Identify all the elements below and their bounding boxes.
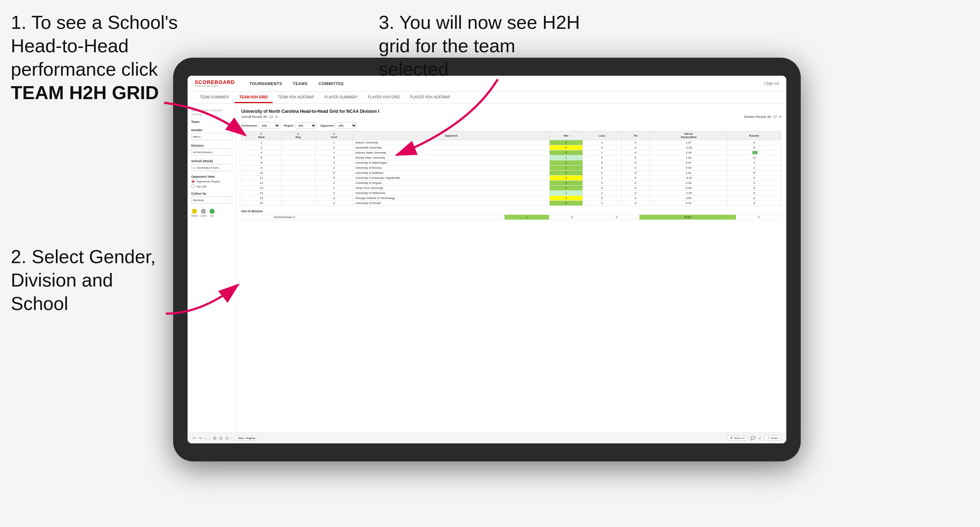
filter-opponent: Opponent (All) (320, 122, 357, 129)
filter-conference: Conference (All) (241, 122, 280, 129)
eye-icon: 👁 (730, 437, 733, 440)
nav-committee[interactable]: COMMITTEE (318, 80, 344, 87)
main-content: Last Updated: 27/03/2024 16:55:38 Team G… (188, 104, 786, 433)
division-label: Division (191, 144, 232, 148)
division-section: Division NCAA Division I (191, 144, 232, 156)
logo: SCOREBOARD Powered by clippi (195, 80, 235, 87)
col-loss: Loss (582, 131, 621, 140)
comment-icon[interactable]: 💬 (750, 436, 755, 440)
instruction-step3: 3. You will now see H2H grid for the tea… (379, 11, 581, 81)
toolbar-sep1 (232, 436, 232, 441)
table-row: 14 2 University of Oklahoma 1 2 0 -1.00 … (242, 191, 781, 196)
view-original-button[interactable]: View: Original (235, 435, 258, 441)
grid-area: University of North Carolina Head-to-Hea… (236, 104, 786, 433)
table-row: 8 2 University of Washington 1 0 0 3.67 … (242, 160, 781, 165)
gender-section: Gender Men's (191, 128, 232, 140)
col-conf: #Conf (315, 131, 353, 140)
table-row: 9 3 University of Arizona 1 0 0 9.00 2 (242, 165, 781, 170)
swatch-up (210, 209, 215, 214)
table-row: 13 1 Texas Tech University 3 0 0 5.56 9 (242, 186, 781, 191)
share-button[interactable]: ↗ Share (764, 435, 781, 441)
radio-opponents-played[interactable]: Opponents Played (191, 179, 232, 183)
radio-dot-2 (191, 184, 195, 188)
gender-select[interactable]: Men's (191, 133, 232, 140)
redo-icon[interactable]: ↪ (199, 436, 202, 440)
division-record: Division Record: 88 - 17 - 0 (744, 115, 781, 119)
logo-main: SCOREBOARD (195, 80, 235, 85)
table-row: 16 3 University of Florida 3 1 0 6.42 9 (242, 201, 781, 206)
opponent-view-label: Opponent View (191, 175, 232, 178)
opponent-filter-label: Opponent (320, 124, 334, 127)
resize-icon[interactable]: ⤢ (758, 436, 761, 440)
nav-tournaments[interactable]: TOURNAMENTS (249, 80, 282, 87)
table-row: 4 1 Arizona State University 5 1 0 2.29 … (242, 150, 781, 156)
swatch-down (192, 209, 197, 214)
grid-title: University of North Carolina Head-to-Hea… (241, 109, 781, 114)
out-of-division: Out of division NCAA Division II 1 0 0 2… (241, 210, 781, 220)
out-div-row: NCAA Division II 1 0 0 26.00 3 (242, 215, 781, 220)
opponent-view-section: Opponent View Opponents Played Top 100 (191, 175, 232, 188)
col-diff: Diff AvStrokes/Rnd (650, 131, 727, 140)
tab-player-h2h-grid[interactable]: PLAYER H2H GRID (363, 92, 405, 103)
school-select[interactable]: 1. University of Nort... (191, 164, 232, 171)
watch-button[interactable]: 👁 Watch ▾ (727, 435, 747, 441)
col-opponent: Opponent (353, 131, 550, 140)
tab-team-h2h-heatmap[interactable]: TEAM H2H HEATMAP (273, 92, 319, 103)
tab-player-summary[interactable]: PLAYER SUMMARY (319, 92, 363, 103)
colour-swatches: Down Level Up (191, 209, 232, 217)
filter-row: Conference (All) Region (All) Opponent (241, 122, 781, 129)
left-panel: Last Updated: 27/03/2024 16:55:38 Team G… (188, 104, 236, 433)
tab-team-summary[interactable]: TEAM SUMMARY (195, 92, 234, 103)
copy-icon[interactable]: ⊞ (213, 436, 216, 440)
forward-icon[interactable]: › (209, 436, 211, 440)
out-div-label: Out of division (241, 210, 781, 213)
instruction-step2: 2. Select Gender, Division and School (11, 245, 162, 316)
instruction-step1: 1. To see a School's Head-to-Head perfor… (11, 11, 198, 105)
school-label: School (Rank) (191, 159, 232, 163)
swatch-level (201, 209, 206, 214)
share-icon: ↗ (767, 437, 770, 440)
colour-by-select[interactable]: Win/loss (191, 197, 232, 204)
back-icon[interactable]: ‹ (205, 436, 206, 440)
team-section: Team (191, 120, 232, 125)
clock-icon[interactable]: ⊙ (226, 436, 229, 440)
tablet-device: SCOREBOARD Powered by clippi TOURNAMENTS… (173, 58, 801, 461)
tab-player-h2h-heatmap[interactable]: PLAYER H2H HEATMAP (405, 92, 455, 103)
region-filter-select[interactable]: (All) (295, 122, 317, 129)
bottom-toolbar: ↩ ↪ ‹ › ⊞ ⊟ ⊙ View: Original 👁 Watch ▾ 💬… (188, 433, 786, 443)
tablet-screen: SCOREBOARD Powered by clippi TOURNAMENTS… (188, 76, 786, 443)
radio-group: Opponents Played Top 100 (191, 179, 232, 188)
col-win: Win (550, 131, 583, 140)
colour-section: Colour by Win/loss (191, 192, 232, 204)
conference-filter-label: Conference (241, 124, 257, 127)
table-row: 2 1 Auburn University 2 1 0 1.67 9 (242, 140, 781, 145)
table-row: 3 2 Vanderbilt University 0 4 0 -2.29 8 (242, 145, 781, 150)
radio-top100[interactable]: Top 100 (191, 184, 232, 188)
out-div-table: NCAA Division II 1 0 0 26.00 3 (241, 214, 781, 220)
filter-region: Region (All) (284, 122, 317, 129)
nav-teams[interactable]: TEAMS (293, 80, 308, 87)
undo-icon[interactable]: ↩ (192, 436, 196, 440)
colour-by-label: Colour by (191, 192, 232, 195)
gender-label: Gender (191, 128, 232, 132)
h2h-table: #Rank #Reg #Conf Opponent Win Loss Tie D… (241, 131, 781, 206)
table-row: 6 2 Florida State University 1 2 0 1.83 … (242, 156, 781, 160)
opponent-filter-select[interactable]: (All) (336, 122, 357, 129)
table-row: 11 6 University of Arkansas, Fayettevill… (242, 176, 781, 181)
division-select[interactable]: NCAA Division I (191, 149, 232, 156)
school-section: School (Rank) 1. University of Nort... (191, 159, 232, 171)
table-row: 15 4 Georgia Institute of Technology 0 5… (242, 196, 781, 201)
tab-team-h2h-grid[interactable]: TEAM H2H GRID (234, 92, 273, 103)
overall-record: Overall Record: 89 - 17 - 0 (241, 115, 277, 119)
col-tie: Tie (621, 131, 650, 140)
col-reg: #Reg (282, 131, 315, 140)
last-updated: Last Updated: 27/03/2024 16:55:38 (191, 109, 232, 116)
records-row: Overall Record: 89 - 17 - 0 Division Rec… (241, 115, 781, 119)
table-row: 12 3 University of Virginia 1 0 0 2.33 3 (242, 181, 781, 186)
paste-icon[interactable]: ⊟ (219, 436, 223, 440)
sign-out[interactable]: | Sign out (764, 81, 779, 86)
sub-nav: TEAM SUMMARY TEAM H2H GRID TEAM H2H HEAT… (188, 92, 786, 104)
region-filter-label: Region (284, 124, 294, 127)
conference-filter-select[interactable]: (All) (259, 122, 280, 129)
col-rounds: Rounds (727, 131, 781, 140)
